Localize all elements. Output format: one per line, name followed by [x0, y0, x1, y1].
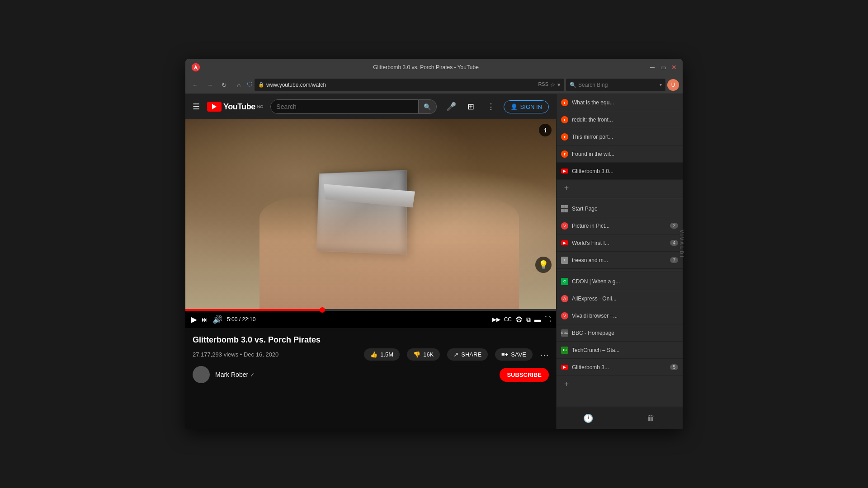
- panel-history-button[interactable]: 🕐: [580, 410, 596, 427]
- tab-title-bbc: BBC - Homepage: [572, 330, 678, 336]
- youtube-more-button[interactable]: ⋮: [484, 99, 498, 114]
- tab-title-treesn: treesn and m...: [572, 257, 666, 263]
- vivaldi-sidebar-label: VIVALDI: [679, 230, 684, 258]
- video-date: •: [240, 351, 244, 358]
- video-progress-fill: [185, 309, 322, 311]
- youtube-logo-text: YouTube: [223, 102, 255, 112]
- cdon-favicon: C: [561, 278, 568, 285]
- reddit-favicon-3: r: [561, 133, 568, 141]
- address-bar[interactable]: 🔒 www.youtube.com/watch RSS ☆ ▾: [255, 79, 564, 91]
- add-tab-button-2[interactable]: +: [561, 379, 572, 389]
- miniplayer-button[interactable]: ⧉: [526, 316, 531, 324]
- save-icon: ≡+: [501, 351, 508, 358]
- youtube-search-button[interactable]: 🔍: [419, 99, 437, 114]
- youtube-sign-in-button[interactable]: 👤 SIGN IN: [504, 100, 549, 113]
- fullscreen-button[interactable]: ⛶: [544, 316, 551, 323]
- address-bar-right: RSS ☆ ▾: [538, 81, 561, 88]
- maximize-button[interactable]: ▭: [660, 64, 666, 70]
- volume-button[interactable]: 🔊: [212, 314, 222, 324]
- more-options-button[interactable]: ⋯: [540, 349, 549, 360]
- youtube-apps-button[interactable]: ⊞: [464, 99, 478, 114]
- panel-bottom: 🕐 🗑: [557, 407, 683, 429]
- share-button[interactable]: ↗ SHARE: [447, 348, 488, 361]
- hands-overlay: [259, 195, 519, 309]
- tab-title-start-page: Start Page: [572, 206, 678, 212]
- tab-title-cdon: CDON | When a g...: [572, 278, 678, 285]
- youtube-search-input[interactable]: [270, 99, 418, 114]
- bookmark-icon[interactable]: ☆: [550, 81, 556, 88]
- reddit-favicon-2: r: [561, 116, 568, 123]
- forward-button[interactable]: →: [203, 79, 216, 91]
- settings-button[interactable]: ⚙: [515, 314, 523, 324]
- theater-button[interactable]: ▬: [534, 316, 541, 323]
- tab-item-reddit-2[interactable]: r reddit: the front...: [557, 111, 683, 128]
- user-avatar-button[interactable]: U: [667, 79, 679, 91]
- tab-divider-1: [557, 198, 683, 198]
- vivaldi-logo-icon: [191, 62, 201, 72]
- tab-title-glitterbomb-stack: Glitterbomb 3...: [572, 364, 666, 371]
- autoplay-toggle[interactable]: ▶▶: [492, 316, 500, 323]
- tab-item-reddit-1[interactable]: r What is the equ...: [557, 94, 683, 111]
- tab-item-youtube-current[interactable]: Glitterbomb 3.0...: [557, 163, 683, 180]
- tab-item-reddit-3[interactable]: r This mirror port...: [557, 128, 683, 145]
- back-button[interactable]: ←: [189, 79, 202, 91]
- video-lightbulb-button[interactable]: 💡: [535, 257, 552, 273]
- channel-avatar: [193, 366, 210, 383]
- tab-item-treesn[interactable]: T treesn and m... 7: [557, 252, 683, 269]
- bbc-favicon: BBC: [561, 329, 568, 337]
- video-thumbnail[interactable]: ℹ 💡: [185, 119, 556, 309]
- video-progress-dot: [320, 307, 325, 313]
- reload-button[interactable]: ↻: [218, 79, 231, 91]
- tab-title-reddit-1: What is the equ...: [572, 99, 678, 106]
- youtube-logo: YouTube NO: [207, 102, 263, 112]
- save-button[interactable]: ≡+ SAVE: [495, 348, 533, 361]
- pip-count: 2: [670, 223, 678, 229]
- next-button[interactable]: ⏭: [202, 316, 208, 323]
- tab-title-reddit-2: reddit: the front...: [572, 117, 678, 123]
- video-info-button[interactable]: ℹ: [539, 124, 552, 136]
- panel-delete-button[interactable]: 🗑: [643, 410, 659, 427]
- view-count: 27,177,293 views • Dec 16, 2020: [193, 351, 278, 358]
- views-number: 27,177,293 views: [193, 351, 238, 358]
- lock-icon: 🔒: [258, 82, 264, 88]
- home-button[interactable]: ⌂: [232, 79, 245, 91]
- tab-title-aliexpress: AliExpress - Onli...: [572, 296, 678, 302]
- reddit-favicon-1: r: [561, 99, 568, 106]
- like-count: 1.5M: [380, 351, 393, 358]
- close-button[interactable]: ✕: [671, 64, 677, 70]
- youtube-mic-button[interactable]: 🎤: [444, 99, 458, 114]
- search-engine-dropdown[interactable]: ▾: [660, 82, 662, 87]
- minimize-button[interactable]: ─: [649, 64, 656, 70]
- techcrunch-favicon: TC: [561, 347, 568, 354]
- tab-item-techcrunch[interactable]: TC TechCrunch – Sta...: [557, 342, 683, 359]
- search-input[interactable]: [578, 82, 658, 88]
- video-progress-bar[interactable]: [185, 309, 556, 311]
- dislike-button[interactable]: 👎 16K: [407, 348, 440, 361]
- tab-item-vivaldi[interactable]: V Vivaldi browser –...: [557, 307, 683, 324]
- tab-item-worlds-first[interactable]: World's First I... 4: [557, 235, 683, 252]
- tab-item-reddit-4[interactable]: r Found in the wil...: [557, 145, 683, 163]
- tab-item-start-page[interactable]: Start Page: [557, 200, 683, 217]
- video-title: Glitterbomb 3.0 vs. Porch Pirates: [193, 335, 549, 345]
- youtube-menu-button[interactable]: ☰: [193, 102, 200, 112]
- reddit-favicon-4: r: [561, 150, 568, 158]
- like-button[interactable]: 👍 1.5M: [364, 348, 400, 361]
- subscribe-button[interactable]: SUBSCRIBE: [500, 368, 549, 382]
- video-player-container: ℹ 💡 ▶ ⏭ 🔊 5:00 / 22:10: [185, 119, 556, 328]
- tab-item-glitterbomb-stack[interactable]: Glitterbomb 3... 5: [557, 359, 683, 376]
- tab-item-pip[interactable]: V Picture in Pict... 2: [557, 217, 683, 235]
- play-button[interactable]: ▶: [191, 314, 197, 324]
- video-info-section: Glitterbomb 3.0 vs. Porch Pirates 27,177…: [185, 328, 556, 390]
- tab-item-cdon[interactable]: C CDON | When a g...: [557, 273, 683, 290]
- video-time-display: 5:00 / 22:10: [227, 316, 255, 323]
- dropdown-icon[interactable]: ▾: [557, 81, 561, 88]
- video-controls: ▶ ⏭ 🔊 5:00 / 22:10 ▶▶ CC ⚙ ⧉ ▬ ⛶: [185, 311, 556, 328]
- tab-title-reddit-3: This mirror port...: [572, 134, 678, 140]
- add-tab-button-1[interactable]: +: [561, 183, 572, 193]
- tab-item-bbc[interactable]: BBC BBC - Homepage: [557, 324, 683, 342]
- main-content: ☰ YouTube NO 🔍 🎤 ⊞ ⋮ 👤 SIGN IN: [185, 94, 683, 429]
- treesn-count: 7: [670, 257, 678, 263]
- subtitles-button[interactable]: CC: [504, 316, 512, 323]
- rss-icon[interactable]: RSS: [538, 81, 548, 88]
- tab-item-aliexpress[interactable]: A AliExpress - Onli...: [557, 290, 683, 307]
